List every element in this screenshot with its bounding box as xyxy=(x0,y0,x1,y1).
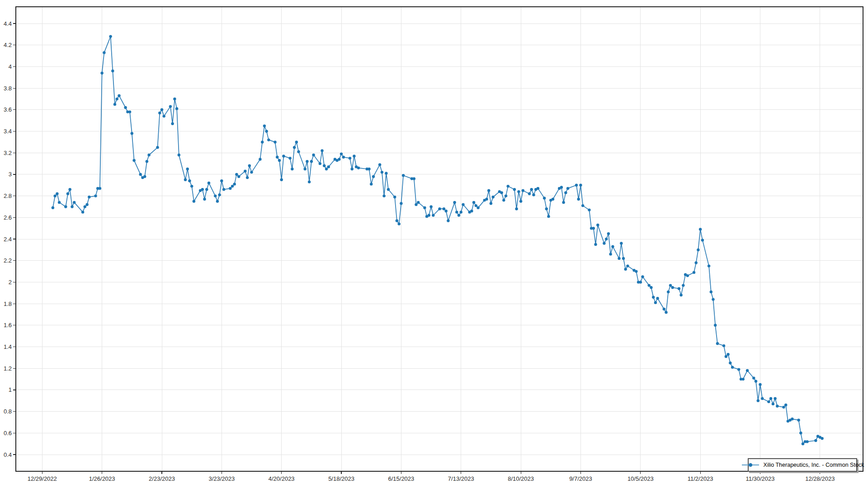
data-point-marker xyxy=(799,432,802,434)
data-point-marker xyxy=(111,70,114,72)
data-point-marker xyxy=(244,170,246,173)
data-point-marker xyxy=(357,166,360,169)
data-point-marker xyxy=(310,160,313,163)
data-point-marker xyxy=(686,274,689,277)
data-point-marker xyxy=(52,206,54,209)
x-axis-tick-label: 6/15/2023 xyxy=(388,475,414,482)
data-point-marker xyxy=(490,202,492,205)
data-point-marker xyxy=(821,437,823,440)
data-point-marker xyxy=(220,179,223,182)
data-point-marker xyxy=(566,187,569,190)
data-point-marker xyxy=(163,115,165,117)
data-point-marker xyxy=(626,264,629,267)
data-point-marker xyxy=(782,406,785,408)
data-point-marker xyxy=(325,168,328,170)
data-point-marker xyxy=(351,168,354,170)
y-axis-tick-label: 1.8 xyxy=(4,300,12,307)
data-point-marker xyxy=(710,291,712,293)
data-point-marker xyxy=(100,72,103,75)
y-axis-tick-label: 2.4 xyxy=(4,236,12,243)
data-point-marker xyxy=(146,160,148,163)
data-point-marker xyxy=(726,353,729,356)
data-point-marker xyxy=(327,165,330,168)
data-point-marker xyxy=(171,122,174,125)
data-point-marker xyxy=(592,227,595,230)
data-point-marker xyxy=(113,103,116,106)
data-point-marker xyxy=(443,207,445,210)
data-point-marker xyxy=(667,291,670,293)
x-axis-tick-label: 10/5/2023 xyxy=(627,475,654,482)
data-point-marker xyxy=(124,106,127,109)
data-point-marker xyxy=(513,188,516,191)
data-point-marker xyxy=(716,342,719,345)
data-point-marker xyxy=(701,239,704,241)
data-point-marker xyxy=(109,35,112,38)
data-point-marker xyxy=(581,204,584,207)
data-point-marker xyxy=(656,297,659,300)
data-point-marker xyxy=(485,198,488,201)
data-point-marker xyxy=(639,281,642,283)
data-point-marker xyxy=(609,253,612,255)
data-point-marker xyxy=(648,284,651,286)
data-point-marker xyxy=(88,196,90,198)
data-point-marker xyxy=(505,194,507,197)
data-point-marker xyxy=(323,164,326,167)
data-point-marker xyxy=(156,146,159,149)
x-axis-tick-label: 11/2/2023 xyxy=(688,475,713,482)
data-point-marker xyxy=(56,192,58,195)
data-point-marker xyxy=(265,130,268,132)
data-point-marker xyxy=(396,219,398,222)
x-axis-tick-label: 12/29/2022 xyxy=(28,475,57,482)
data-point-marker xyxy=(429,205,432,208)
data-point-marker xyxy=(54,194,57,197)
data-point-marker xyxy=(338,158,340,160)
data-point-marker xyxy=(349,157,351,160)
data-point-marker xyxy=(507,185,509,188)
data-point-marker xyxy=(64,205,67,208)
data-point-marker xyxy=(398,222,401,225)
data-point-marker xyxy=(263,124,266,127)
data-point-marker xyxy=(517,190,520,193)
data-point-marker xyxy=(663,308,665,310)
data-point-marker xyxy=(128,110,131,113)
y-axis-tick-label: 4.4 xyxy=(4,20,12,27)
data-point-marker xyxy=(769,397,772,400)
data-point-marker xyxy=(458,214,460,216)
data-point-marker xyxy=(280,178,283,181)
data-point-marker xyxy=(560,186,563,188)
data-point-marker xyxy=(340,152,343,155)
data-point-marker xyxy=(295,141,298,143)
y-axis-tick-label: 2.8 xyxy=(4,192,12,199)
data-point-marker xyxy=(415,203,417,206)
data-point-marker xyxy=(193,200,195,202)
legend-series-label: Xilio Therapeutics, Inc. - Common Stock xyxy=(764,462,864,468)
data-point-marker xyxy=(564,191,567,194)
data-point-marker xyxy=(73,201,75,204)
data-point-marker xyxy=(470,210,473,212)
data-point-marker xyxy=(385,172,387,174)
data-point-marker xyxy=(306,160,308,163)
data-point-marker xyxy=(475,204,477,207)
y-axis-tick-label: 3.6 xyxy=(4,106,12,113)
data-point-marker xyxy=(417,201,420,204)
data-point-marker xyxy=(693,271,695,274)
data-point-marker xyxy=(58,201,61,204)
data-point-marker xyxy=(184,178,187,181)
data-point-marker xyxy=(342,156,345,159)
stock-price-chart[interactable]: 12/29/20221/26/20232/23/20233/23/20234/2… xyxy=(0,0,868,488)
data-point-marker xyxy=(447,219,449,222)
legend[interactable]: Xilio Therapeutics, Inc. - Common Stock xyxy=(748,458,857,472)
data-point-marker xyxy=(522,189,524,192)
data-point-marker xyxy=(381,171,383,174)
data-point-marker xyxy=(308,180,311,183)
data-point-marker xyxy=(288,157,291,160)
data-point-marker xyxy=(423,206,426,209)
chart-window: 12/29/20221/26/20232/23/20233/23/20234/2… xyxy=(0,0,868,488)
data-point-marker xyxy=(413,177,415,180)
x-axis-tick-label: 1/26/2023 xyxy=(89,475,115,482)
data-point-marker xyxy=(278,159,281,162)
x-axis-tick-label: 8/10/2023 xyxy=(508,475,534,482)
data-point-marker xyxy=(712,298,714,300)
data-point-marker xyxy=(729,361,731,364)
data-point-marker xyxy=(588,208,590,211)
